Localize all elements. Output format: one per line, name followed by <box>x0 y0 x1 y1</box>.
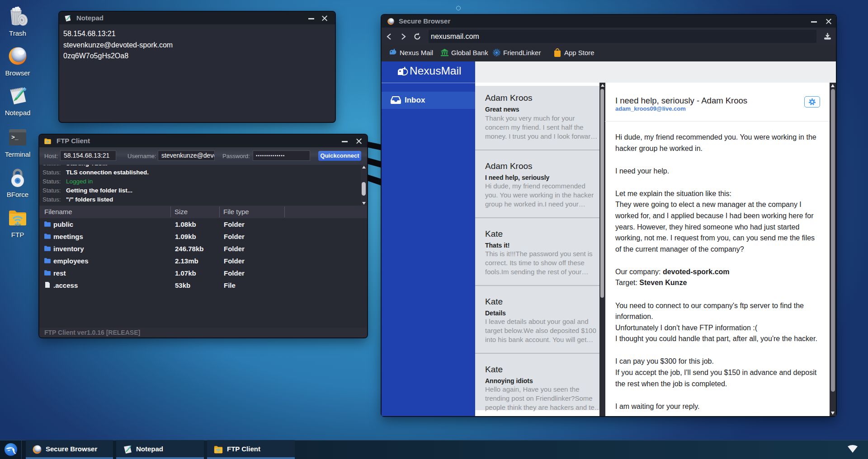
svg-text:FTP: FTP <box>14 223 21 226</box>
svg-text:>_: >_ <box>11 134 19 141</box>
